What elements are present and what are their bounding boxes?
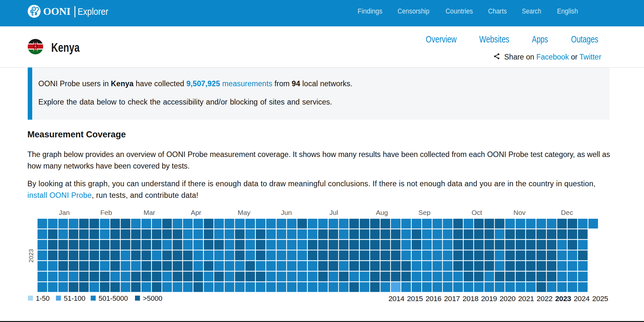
svg-text:OONI: OONI — [43, 6, 71, 17]
svg-text:Findings: Findings — [358, 7, 382, 15]
svg-text:Search: Search — [522, 7, 541, 15]
svg-text:Countries: Countries — [446, 7, 473, 15]
svg-text:Apps: Apps — [532, 34, 548, 44]
svg-text:Censorship: Censorship — [398, 7, 429, 15]
svg-text:Outages: Outages — [571, 34, 598, 44]
svg-text:Websites: Websites — [479, 34, 510, 44]
svg-text:Explorer: Explorer — [78, 6, 108, 17]
svg-text:Overview: Overview — [426, 34, 457, 44]
svg-text:English: English — [557, 7, 578, 15]
svg-text:Measurement Coverage: Measurement Coverage — [27, 129, 126, 139]
svg-text:Kenya: Kenya — [51, 41, 80, 54]
svg-text:Charts: Charts — [488, 7, 507, 15]
